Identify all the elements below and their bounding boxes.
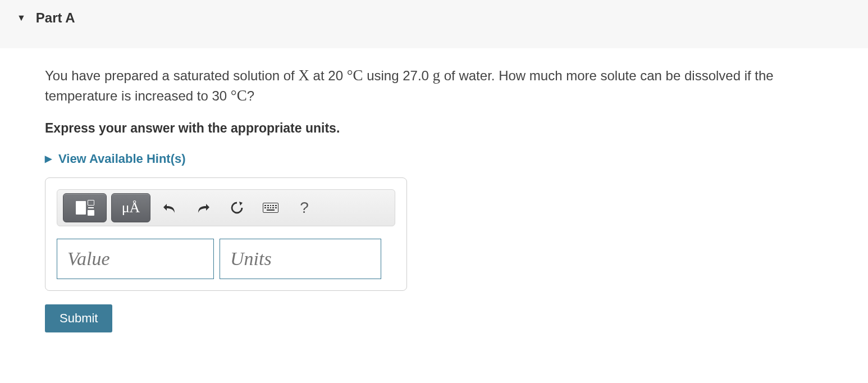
keyboard-button[interactable] xyxy=(256,193,285,222)
special-chars-button[interactable]: μÅ xyxy=(111,193,150,222)
view-hints-toggle[interactable]: ▶ View Available Hint(s) xyxy=(45,152,808,166)
equation-toolbar: μÅ xyxy=(57,189,395,226)
inputs-row xyxy=(57,239,395,279)
redo-icon xyxy=(195,201,211,215)
q-deg1: °C xyxy=(347,67,363,84)
mu-a-icon: μÅ xyxy=(122,199,140,216)
undo-button[interactable] xyxy=(155,193,184,222)
q-at: at 20 xyxy=(309,68,347,83)
help-button[interactable]: ? xyxy=(290,193,319,222)
keyboard-icon xyxy=(263,203,278,213)
question-text: You have prepared a saturated solution o… xyxy=(45,65,808,106)
value-input[interactable] xyxy=(57,239,214,279)
q-pre: You have prepared a saturated solution o… xyxy=(45,68,298,83)
reset-button[interactable] xyxy=(222,193,252,222)
template-icon xyxy=(76,200,94,216)
undo-icon xyxy=(162,201,177,215)
q-qmark: ? xyxy=(247,88,254,103)
help-icon: ? xyxy=(300,199,309,217)
units-input[interactable] xyxy=(220,239,381,279)
content-area: You have prepared a saturated solution o… xyxy=(0,48,808,344)
redo-button[interactable] xyxy=(189,193,218,222)
submit-button[interactable]: Submit xyxy=(45,304,112,332)
part-header[interactable]: ▼ Part A xyxy=(0,0,868,48)
q-deg2: °C xyxy=(231,87,247,104)
templates-button[interactable] xyxy=(63,193,107,222)
instruction-text: Express your answer with the appropriate… xyxy=(45,121,808,136)
q-var-x: X xyxy=(298,67,309,84)
part-title: Part A xyxy=(36,10,75,26)
answer-box: μÅ xyxy=(45,177,407,291)
caret-down-icon: ▼ xyxy=(17,13,26,23)
hints-label: View Available Hint(s) xyxy=(58,152,186,166)
q-mid: using 27.0 xyxy=(363,68,432,83)
reset-icon xyxy=(229,200,245,216)
q-g: g xyxy=(433,67,441,84)
caret-right-icon: ▶ xyxy=(45,153,52,164)
